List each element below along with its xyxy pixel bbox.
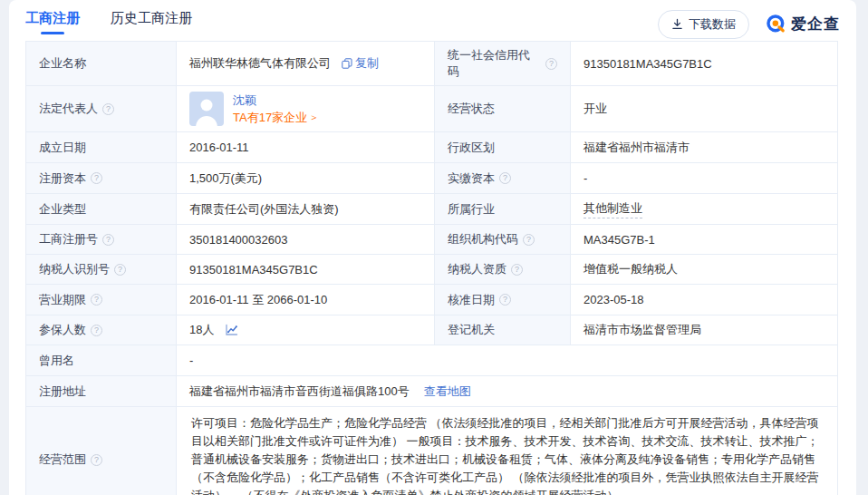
copy-label: 复制: [355, 55, 379, 72]
industry-label: 所属行业: [434, 194, 570, 224]
reg-capital-cell: 1,500万(美元): [176, 163, 434, 193]
company-type-cell: 有限责任公司(外国法人独资): [176, 194, 434, 224]
reg-number-label: 工商注册号 ?: [26, 225, 176, 254]
taxpayer-id-cell: 91350181MA345G7B1C: [176, 255, 434, 284]
est-date-value: 2016-01-11: [189, 141, 249, 154]
reg-address-value: 福建省福州市福清市音西街道福俱路100号: [189, 383, 410, 400]
registration-authority-cell: 福清市市场监督管理局: [570, 315, 837, 345]
taxpayer-qualification-value: 增值税一般纳税人: [583, 261, 678, 277]
tab-business-registration[interactable]: 工商注册: [25, 10, 80, 38]
former-name-label: 曾用名: [26, 345, 176, 375]
region-cell: 福建省福州市福清市: [570, 132, 837, 162]
approval-date-cell: 2023-05-18: [570, 285, 837, 315]
legal-rep-name-link[interactable]: 沈颖: [233, 92, 319, 108]
copy-icon: [342, 58, 352, 69]
download-data-button[interactable]: 下载数据: [658, 10, 749, 39]
table-row: 经营范围 ? 许可项目：危险化学品生产；危险化学品经营 （依法须经批准的项目，经…: [26, 406, 837, 495]
industry-cell: 其他制造业: [570, 194, 837, 224]
company-name-value: 福州联华林德气体有限公司: [189, 55, 331, 72]
credit-code-cell: 91350181MA345G7B1C: [570, 42, 837, 85]
field-label-text: 曾用名: [39, 353, 74, 369]
table-row: 企业类型 有限责任公司(外国法人独资) 所属行业 其他制造业: [26, 193, 837, 224]
registration-authority-value: 福清市市场监督管理局: [583, 322, 701, 338]
brand-logo[interactable]: 爱企查: [766, 14, 840, 34]
companies-link-text: TA有17家企业: [233, 110, 307, 125]
help-icon[interactable]: ?: [499, 172, 511, 184]
help-icon[interactable]: ?: [91, 172, 102, 184]
help-icon[interactable]: ?: [102, 234, 114, 246]
legal-rep-label: 法定代表人 ?: [26, 86, 176, 131]
table-row: 注册地址 福建省福州市福清市音西街道福俱路100号 查看地图: [26, 375, 837, 406]
status-label: 经营状态: [434, 86, 570, 131]
download-icon: [671, 18, 683, 30]
approval-date-label: 核准日期 ?: [434, 285, 570, 315]
field-label-text: 纳税人资质: [448, 261, 506, 277]
company-name-label: 企业名称: [26, 42, 176, 85]
org-code-value: MA345G7B-1: [583, 233, 655, 247]
header: 工商注册 历史工商注册 下载数据 爱企查: [9, 0, 856, 40]
reg-capital-value: 1,500万(美元): [189, 170, 262, 187]
status-cell: 开业: [570, 86, 837, 131]
field-label-text: 登记机关: [448, 322, 495, 338]
field-label-text: 行政区划: [448, 140, 495, 156]
business-term-value: 2016-01-11 至 2066-01-10: [189, 292, 327, 308]
reg-address-cell: 福建省福州市福清市音西街道福俱路100号 查看地图: [176, 376, 837, 406]
tab-history-registration[interactable]: 历史工商注册: [111, 10, 192, 38]
industry-value[interactable]: 其他制造业: [583, 200, 642, 218]
field-label-text: 企业类型: [39, 201, 86, 218]
insured-trend-chart-icon[interactable]: [225, 324, 238, 336]
former-name-value: -: [189, 354, 193, 367]
field-label-text: 经营状态: [448, 101, 495, 117]
org-code-label: 组织机构代码 ?: [434, 225, 570, 254]
field-label-text: 参保人数: [39, 322, 86, 338]
reg-capital-label: 注册资本 ?: [26, 163, 176, 193]
legal-rep-cell: 沈颖 TA有17家企业 ＞: [176, 86, 434, 131]
help-icon[interactable]: ?: [499, 294, 511, 306]
region-value: 福建省福州市福清市: [583, 140, 690, 156]
help-icon[interactable]: ?: [523, 234, 535, 246]
business-term-label: 营业期限 ?: [26, 285, 176, 315]
reg-number-value: 350181400032603: [189, 233, 287, 247]
former-name-cell: -: [176, 345, 837, 375]
field-label-text: 实缴资本: [448, 170, 495, 187]
help-icon[interactable]: ?: [91, 454, 102, 466]
company-type-value: 有限责任公司(外国法人独资): [189, 201, 339, 218]
reg-address-label: 注册地址: [26, 376, 176, 406]
legal-rep-companies-link[interactable]: TA有17家企业 ＞: [233, 110, 319, 125]
registration-authority-label: 登记机关: [434, 315, 570, 345]
field-label-text: 法定代表人: [39, 101, 98, 117]
help-icon[interactable]: ?: [545, 58, 557, 70]
help-icon[interactable]: ?: [91, 294, 102, 306]
business-scope-label: 经营范围 ?: [26, 407, 176, 495]
field-label-text: 注册地址: [39, 383, 86, 400]
field-label-text: 工商注册号: [39, 231, 98, 248]
header-right: 下载数据 爱企查: [658, 10, 840, 39]
field-label-text: 成立日期: [39, 140, 86, 156]
help-icon[interactable]: ?: [511, 264, 523, 276]
table-row: 参保人数 ? 18人 登记机关 福清市市场监督管理局: [26, 315, 837, 345]
download-button-label: 下载数据: [689, 16, 736, 33]
chevron-right-icon: ＞: [309, 110, 319, 125]
table-row: 工商注册号 ? 350181400032603 组织机构代码 ? MA345G7…: [26, 224, 837, 254]
copy-button[interactable]: 复制: [342, 55, 379, 72]
table-row: 营业期限 ? 2016-01-11 至 2066-01-10 核准日期 ? 20…: [26, 284, 837, 315]
help-icon[interactable]: ?: [102, 103, 114, 115]
region-label: 行政区划: [434, 132, 570, 162]
help-icon[interactable]: ?: [91, 325, 102, 336]
help-icon[interactable]: ?: [114, 264, 126, 276]
field-label-text: 核准日期: [448, 292, 495, 308]
legal-rep-avatar[interactable]: [189, 92, 224, 126]
est-date-label: 成立日期: [26, 132, 176, 162]
view-map-link[interactable]: 查看地图: [424, 383, 471, 400]
paid-capital-cell: -: [570, 163, 837, 193]
business-registration-card: 工商注册 历史工商注册 下载数据 爱企查: [9, 0, 856, 495]
est-date-cell: 2016-01-11: [176, 132, 434, 162]
company-name-cell: 福州联华林德气体有限公司 复制: [176, 42, 434, 85]
insured-count-label: 参保人数 ?: [26, 315, 176, 345]
paid-capital-label: 实缴资本 ?: [434, 163, 570, 193]
field-label-text: 注册资本: [39, 170, 86, 187]
taxpayer-id-value: 91350181MA345G7B1C: [189, 263, 318, 277]
business-term-cell: 2016-01-11 至 2066-01-10: [176, 285, 434, 315]
table-row: 法定代表人 ? 沈颖 TA有17家企业 ＞ 经营状态 开业: [26, 85, 837, 131]
brand-name: 爱企查: [791, 14, 840, 34]
